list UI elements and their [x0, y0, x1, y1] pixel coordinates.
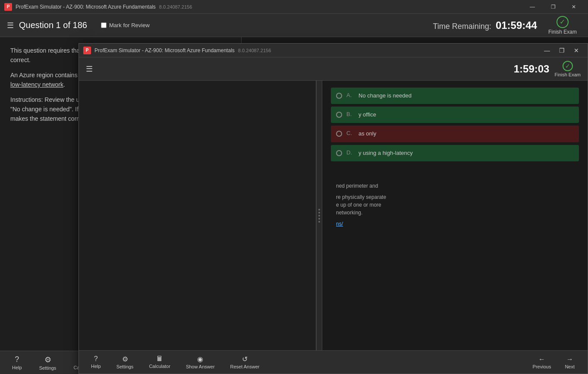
settings-icon: ⚙ — [44, 355, 51, 365]
finish-exam-button[interactable]: ✓ Finish Exam — [544, 14, 581, 37]
sw-answer-option-c[interactable]: C. as only — [331, 126, 579, 142]
sw-next-icon: → — [566, 355, 573, 363]
sw-app-name: ProfExam Simulator - AZ-900: Microsoft A… — [94, 47, 235, 53]
sw-finish-exam-button[interactable]: ✓ Finish Exam — [554, 61, 581, 77]
sw-option-letter-b: B. — [346, 111, 354, 117]
mark-for-review-label: Mark for Review — [101, 22, 150, 28]
sw-minimize-btn[interactable]: — — [540, 44, 554, 57]
sw-exp-link[interactable]: ns/ — [336, 220, 574, 228]
sw-div-dot-3 — [318, 215, 320, 217]
sw-version: 8.0.24087.2156 — [238, 48, 271, 53]
finish-exam-label: Finish Exam — [548, 29, 577, 35]
header-left: ☰ Question 1 of 186 Mark for Review — [7, 20, 433, 30]
sw-footer-left: ? Help ⚙ Settings 🖩 Calculator ◉ Show An… — [88, 353, 263, 371]
sw-header: ☰ 1:59:03 ✓ Finish Exam — [79, 57, 588, 81]
sw-reset-answer-button[interactable]: ↺ Reset Answer — [227, 353, 263, 371]
question-title: Question 1 of 186 — [19, 20, 87, 30]
sw-close-btn[interactable]: ✕ — [569, 44, 583, 57]
sw-previous-label: Previous — [533, 364, 551, 369]
sw-option-letter-a: A. — [346, 92, 354, 98]
sw-radio-b — [336, 112, 342, 118]
sw-answer-option-a[interactable]: A. No change is needed — [331, 88, 579, 104]
time-value: 01:59:44 — [496, 19, 537, 31]
sw-exp-text-4: networking. — [336, 209, 574, 217]
minimize-btn[interactable]: — — [522, 0, 542, 14]
sw-option-text-d: y using a high-latency — [358, 149, 413, 157]
sw-controls: — ❐ ✕ — [540, 44, 583, 57]
sw-answers-panel: A. No change is needed B. y office C. as… — [322, 81, 588, 350]
help-label: Help — [12, 365, 22, 370]
sw-help-button[interactable]: ? Help — [88, 353, 104, 371]
sw-answer-option-d[interactable]: D. y using a high-latency — [331, 145, 579, 161]
sw-div-dot-2 — [318, 212, 320, 214]
settings-button[interactable]: ⚙ Settings — [36, 353, 60, 372]
maximize-btn[interactable]: ❐ — [543, 0, 563, 14]
sw-explanation: ned perimeter and re physically separate… — [331, 177, 579, 233]
sw-exp-text-1: ned perimeter and — [336, 182, 574, 190]
sw-time-label: 1:59:03 — [514, 63, 550, 75]
sw-next-label: Next — [565, 364, 575, 369]
sw-settings-label: Settings — [116, 364, 134, 369]
sw-question-panel — [79, 81, 316, 350]
app-version: 8.0.24087.2156 — [159, 4, 192, 9]
sw-option-text-b: y office — [358, 111, 376, 119]
sw-div-dot-4 — [318, 218, 320, 220]
sw-radio-d — [336, 150, 342, 156]
title-bar-left: P ProfExam Simulator - AZ-900: Microsoft… — [4, 3, 192, 11]
app-title: ProfExam Simulator - AZ-900: Microsoft A… — [16, 4, 156, 10]
menu-icon[interactable]: ☰ — [7, 21, 14, 30]
sw-settings-icon: ⚙ — [122, 355, 128, 363]
sw-help-label: Help — [91, 364, 101, 369]
sw-option-text-a: No change is needed — [358, 92, 412, 100]
sw-previous-button[interactable]: ← Previous — [528, 354, 556, 371]
header-right: Time Remaining: 01:59:44 ✓ Finish Exam — [433, 14, 581, 37]
sw-div-dot-5 — [318, 221, 320, 223]
sw-time-value: 1:59:03 — [514, 63, 550, 75]
sw-logo: P — [83, 47, 91, 54]
sw-option-letter-d: D. — [346, 149, 354, 156]
sw-divider[interactable] — [316, 81, 322, 350]
sw-previous-icon: ← — [538, 355, 545, 363]
sw-footer-right: ← Previous → Next — [528, 354, 579, 371]
sw-div-dot-1 — [318, 209, 320, 211]
sw-calculator-button[interactable]: 🖩 Calculator — [145, 353, 174, 371]
close-btn[interactable]: ✕ — [564, 0, 584, 14]
sw-show-answer-button[interactable]: ◉ Show Answer — [182, 353, 218, 371]
finish-exam-icon: ✓ — [557, 16, 569, 28]
sw-footer: ? Help ⚙ Settings 🖩 Calculator ◉ Show An… — [79, 350, 588, 374]
sw-settings-button[interactable]: ⚙ Settings — [113, 353, 137, 371]
header: ☰ Question 1 of 186 Mark for Review Time… — [0, 14, 588, 37]
help-icon: ? — [15, 355, 19, 364]
sw-help-icon: ? — [94, 355, 98, 363]
sw-show-answer-icon: ◉ — [197, 355, 203, 363]
title-bar: P ProfExam Simulator - AZ-900: Microsoft… — [0, 0, 588, 14]
sw-exp-text-2: re physically separate — [336, 193, 574, 201]
sw-maximize-btn[interactable]: ❐ — [555, 44, 569, 57]
sw-title: P ProfExam Simulator - AZ-900: Microsoft… — [83, 47, 271, 54]
sw-main: A. No change is needed B. y office C. as… — [79, 81, 588, 350]
sw-option-letter-c: C. — [346, 130, 354, 136]
window-controls: — ❐ ✕ — [522, 0, 584, 14]
sw-next-button[interactable]: → Next — [560, 354, 579, 371]
sw-menu-icon[interactable]: ☰ — [86, 64, 93, 74]
mark-for-review-checkbox[interactable] — [101, 22, 107, 28]
second-window: P ProfExam Simulator - AZ-900: Microsoft… — [79, 43, 588, 374]
sw-answer-option-b[interactable]: B. y office — [331, 107, 579, 123]
sw-radio-c — [336, 131, 342, 137]
help-button[interactable]: ? Help — [9, 353, 25, 372]
settings-label: Settings — [39, 365, 57, 371]
sw-finish-icon: ✓ — [563, 61, 573, 71]
sw-radio-a — [336, 93, 342, 99]
sw-calculator-label: Calculator — [149, 364, 170, 369]
sw-calculator-icon: 🖩 — [156, 355, 163, 363]
sw-title-bar: P ProfExam Simulator - AZ-900: Microsoft… — [79, 44, 588, 57]
sw-reset-answer-icon: ↺ — [242, 355, 248, 363]
sw-header-right: 1:59:03 ✓ Finish Exam — [514, 61, 581, 77]
sw-option-text-c: as only — [358, 130, 376, 138]
sw-header-left: ☰ — [86, 64, 93, 74]
sw-finish-label: Finish Exam — [554, 72, 581, 77]
sw-exp-text-3: e up of one or more — [336, 201, 574, 209]
app-logo: P — [4, 3, 12, 11]
sw-show-answer-label: Show Answer — [186, 364, 215, 369]
time-remaining-label: Time Remaining: 01:59:44 — [433, 19, 537, 31]
